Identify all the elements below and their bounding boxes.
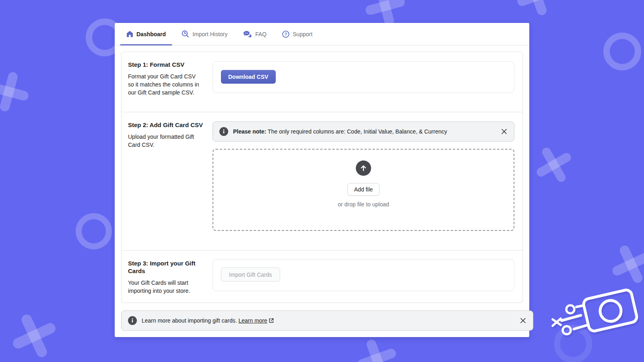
tab-label: FAQ <box>255 31 266 37</box>
step-1-section: Step 1: Format CSV Format your Gift Card… <box>122 52 522 112</box>
info-icon <box>128 316 137 325</box>
info-icon <box>219 127 228 136</box>
deco-ring <box>603 33 641 70</box>
step-2-content: Please note: The only required columns a… <box>213 112 514 250</box>
app-panel: Dashboard Import History FAQ ? Support S… <box>115 23 529 337</box>
step-3-content: Import Gift Cards <box>213 251 514 303</box>
chat-bubbles-icon <box>243 31 252 38</box>
home-icon <box>126 31 133 37</box>
learn-more-link[interactable]: Learn more <box>238 317 267 324</box>
deco-x <box>530 141 577 188</box>
step-3-annotation: Step 3: Import your Gift Cards Your Gift… <box>122 251 213 303</box>
step-2-heading: Step 2: Add Gift Card CSV <box>128 121 204 129</box>
svg-text:?: ? <box>285 32 287 36</box>
file-dropzone[interactable]: Add file or drop file to upload <box>213 149 514 231</box>
close-icon[interactable] <box>518 316 528 325</box>
tab-label: Import History <box>192 31 227 37</box>
step-1-box: Download CSV <box>213 61 514 93</box>
step-3-section: Step 3: Import your Gift Cards Your Gift… <box>122 251 522 303</box>
step-2-description: Upload your formatted Gift Card CSV. <box>128 133 203 149</box>
step-1-content: Download CSV <box>213 52 514 112</box>
step-1-annotation: Step 1: Format CSV Format your Gift Card… <box>122 52 213 112</box>
tab-label: Support <box>293 31 312 37</box>
learn-more-banner: Learn more about importing gift cards. L… <box>121 311 533 331</box>
step-1-description: Format your Gift Card CSV so it matches … <box>128 72 203 97</box>
step-3-box: Import Gift Cards <box>213 259 514 291</box>
banner-text: Please note: The only required columns a… <box>233 128 447 135</box>
tab-dashboard[interactable]: Dashboard <box>120 23 172 45</box>
add-file-button[interactable]: Add file <box>347 183 380 196</box>
tab-label: Dashboard <box>136 31 166 37</box>
deco-x <box>5 306 64 362</box>
step-2-annotation: Step 2: Add Gift Card CSV Upload your fo… <box>122 112 213 250</box>
external-link-icon <box>269 318 274 324</box>
step-2-section: Step 2: Add Gift Card CSV Upload your fo… <box>122 112 522 251</box>
upload-arrow-icon <box>356 160 371 176</box>
tab-import-history[interactable]: Import History <box>175 23 234 45</box>
gift-card-camera-illustration <box>539 278 644 362</box>
question-circle-icon: ? <box>282 31 289 38</box>
deco-ring <box>76 213 112 249</box>
drop-hint-text: or drop file to upload <box>338 201 389 208</box>
tab-faq[interactable]: FAQ <box>237 23 273 45</box>
close-icon[interactable] <box>500 127 509 136</box>
step-1-heading: Step 1: Format CSV <box>128 61 204 68</box>
tab-bar: Dashboard Import History FAQ ? Support <box>115 23 529 45</box>
step-3-heading: Step 3: Import your Gift Cards <box>128 259 204 275</box>
step-3-description: Your Gift Cards will start importing int… <box>128 279 203 295</box>
deco-x <box>510 0 564 23</box>
history-search-icon <box>182 30 189 38</box>
learn-more-text: Learn more about importing gift cards. L… <box>142 317 274 324</box>
import-gift-cards-button[interactable]: Import Gift Cards <box>221 267 280 282</box>
app-background: { "theme":{ "background":"#6366f1", "acc… <box>0 0 644 362</box>
steps-card: Step 1: Format CSV Format your Gift Card… <box>121 51 523 303</box>
download-csv-button[interactable]: Download CSV <box>221 70 276 84</box>
required-columns-banner: Please note: The only required columns a… <box>213 121 514 142</box>
deco-x <box>0 64 36 119</box>
tab-support[interactable]: ? Support <box>276 23 319 45</box>
